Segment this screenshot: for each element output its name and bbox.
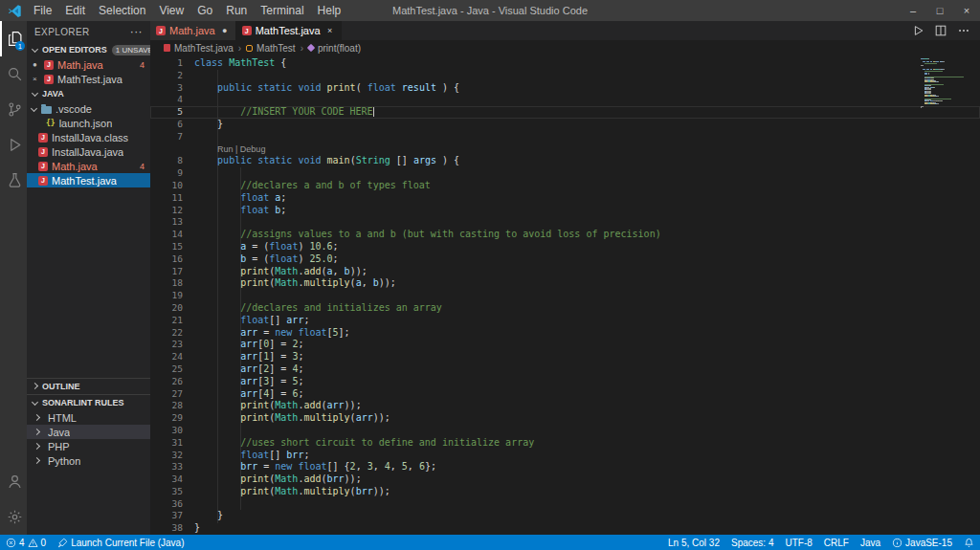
close-button[interactable]: × (953, 0, 980, 21)
problems-indicator[interactable]: 4 0 (0, 535, 52, 550)
maximize-button[interactable]: □ (926, 0, 953, 21)
code-line[interactable]: 7 (150, 131, 980, 143)
code-line[interactable]: 3 public static void print( float result… (150, 82, 980, 95)
code-line[interactable]: 18 print(Math.multiply(a, b)); (150, 277, 980, 290)
code-line[interactable]: 5 //INSERT YOUR CODE HERE (150, 106, 980, 119)
code-line[interactable]: 16 b = (float) 25.0; (150, 253, 980, 266)
close-icon[interactable]: × (325, 26, 335, 35)
breadcrumb-item-print-float[interactable]: print(float) (308, 43, 361, 54)
code-line[interactable]: 1class MathTest { (150, 57, 980, 70)
language-mode[interactable]: Java (855, 535, 886, 550)
open-editors-header[interactable]: OPEN EDITORS 1 UNSAVED (27, 42, 150, 57)
code-line[interactable]: 23 arr[0] = 2; (150, 339, 980, 351)
line-number: 37 (150, 510, 183, 522)
code-line[interactable]: 10 //declares a and b of types float (150, 180, 980, 192)
sonarlint-item-html[interactable]: HTML (27, 410, 150, 425)
code-line[interactable]: 35 print(Math.multiply(brr)); (150, 486, 980, 498)
code-line[interactable]: 28 print(Math.add(arr)); (150, 400, 980, 412)
tree-item-math-java[interactable]: JMath.java4 (27, 159, 150, 173)
eol-setting[interactable]: CRLF (818, 535, 855, 550)
line-number: 11 (150, 192, 183, 205)
more-actions-icon[interactable]: ··· (130, 25, 143, 38)
breadcrumb-item-mathtest-java[interactable]: MathTest.java (164, 43, 234, 54)
code-line[interactable]: 14 //assigns values to a and b (but with… (150, 229, 980, 241)
close-icon[interactable]: × (33, 75, 44, 83)
open-editor-mathtest-java[interactable]: ×JMathTest.java (27, 72, 150, 86)
code-line[interactable]: 36 (150, 498, 980, 511)
tree-item-installjava-class[interactable]: JInstallJava.class (27, 130, 150, 144)
code-line[interactable]: 20 //declares and initializes an array (150, 302, 980, 315)
menu-selection[interactable]: Selection (92, 0, 152, 21)
launch-button[interactable]: Launch Current File (Java) (52, 535, 189, 550)
code-line[interactable]: 26 arr[3] = 5; (150, 376, 980, 388)
modified-dot-icon[interactable]: ● (33, 60, 44, 69)
activity-test[interactable] (0, 163, 27, 198)
code-line[interactable]: 17 print(Math.add(a, b)); (150, 266, 980, 278)
code-line[interactable]: 22 arr = new float[5]; (150, 327, 980, 340)
tab-mathtest-java[interactable]: JMathTest.java× (236, 21, 342, 40)
code-line[interactable]: 33 brr = new float[] {2, 3, 4, 5, 6}; (150, 461, 980, 473)
activity-run-debug[interactable] (0, 127, 27, 163)
cursor-position[interactable]: Ln 5, Col 32 (662, 535, 725, 550)
notifications[interactable] (958, 535, 980, 550)
tree-item-launch-json[interactable]: {}launch.json (27, 116, 150, 130)
open-editor-math-java[interactable]: ●JMath.java4 (27, 57, 150, 72)
activity-account[interactable] (0, 464, 27, 499)
tree-item-mathtest-java[interactable]: JMathTest.java (27, 173, 150, 187)
code-line[interactable]: 24 arr[1] = 3; (150, 351, 980, 363)
activity-settings[interactable] (0, 499, 27, 535)
activity-source-control[interactable] (0, 92, 27, 127)
code-area[interactable]: 1class MathTest {23 public static void p… (150, 55, 980, 535)
tree-item-vscode[interactable]: .vscode (27, 101, 150, 116)
activity-explorer[interactable]: 1 (0, 21, 27, 56)
menu-run[interactable]: Run (219, 0, 254, 21)
breadcrumb-item-mathtest[interactable]: MathTest (246, 43, 296, 54)
indentation-setting[interactable]: Spaces: 4 (725, 535, 779, 550)
code-line[interactable]: 12 float b; (150, 205, 980, 217)
code-line[interactable]: 32 float[] brr; (150, 450, 980, 462)
folder-section-header[interactable]: JAVA (27, 86, 150, 101)
code-line[interactable]: 21 float[] arr; (150, 315, 980, 327)
sonarlint-item-java[interactable]: Java (27, 425, 150, 439)
code-line[interactable]: 19 (150, 290, 980, 302)
modified-dot-icon[interactable]: ● (220, 26, 230, 35)
menu-edit[interactable]: Edit (58, 0, 92, 21)
code-line[interactable]: 38} (150, 522, 980, 535)
editor-action-run[interactable] (911, 24, 924, 37)
code-line[interactable]: 4 (150, 94, 980, 106)
editor-action-more-actions[interactable] (957, 24, 970, 37)
editor-action-split-editor[interactable] (934, 24, 947, 37)
menu-go[interactable]: Go (190, 0, 219, 21)
outline-header[interactable]: OUTLINE (27, 378, 150, 394)
code-line[interactable]: 6 } (150, 119, 980, 131)
tree-item-installjava-java[interactable]: JInstallJava.java (27, 144, 150, 159)
menu-file[interactable]: File (27, 0, 58, 21)
codelens-run-link[interactable]: Run (217, 144, 234, 154)
code-line[interactable]: 8 public static void main(String [] args… (150, 155, 980, 167)
menu-help[interactable]: Help (311, 0, 348, 21)
code-line[interactable]: 30 (150, 425, 980, 437)
code-line[interactable]: 27 arr[4] = 6; (150, 388, 980, 401)
code-line[interactable]: 11 float a; (150, 192, 980, 205)
sonarlint-item-python[interactable]: Python (27, 453, 150, 468)
code-line[interactable]: 31 //uses short circuit to define and in… (150, 437, 980, 450)
code-line[interactable]: 29 print(Math.multiply(arr)); (150, 412, 980, 425)
sonarlint-header[interactable]: SONARLINT RULES (27, 394, 150, 410)
codelens-debug-link[interactable]: Debug (240, 144, 266, 154)
activity-search[interactable] (0, 56, 27, 92)
menu-view[interactable]: View (152, 0, 190, 21)
encoding-setting[interactable]: UTF-8 (779, 535, 817, 550)
java-runtime[interactable]: JavaSE-15 (886, 535, 958, 550)
code-line[interactable]: 13 (150, 216, 980, 229)
code-line[interactable]: 2 (150, 70, 980, 82)
code-line[interactable]: 34 print(Math.add(brr)); (150, 473, 980, 486)
menu-terminal[interactable]: Terminal (254, 0, 310, 21)
tab-math-java[interactable]: JMath.java● (150, 21, 236, 40)
sonarlint-item-php[interactable]: PHP (27, 439, 150, 453)
code-line[interactable]: 9 (150, 167, 980, 180)
code-line[interactable]: 37 } (150, 510, 980, 522)
code-line[interactable]: 25 arr[2] = 4; (150, 363, 980, 376)
minimize-button[interactable]: – (900, 0, 926, 21)
code-line[interactable]: 15 a = (float) 10.6; (150, 241, 980, 253)
minimap[interactable] (921, 58, 965, 108)
